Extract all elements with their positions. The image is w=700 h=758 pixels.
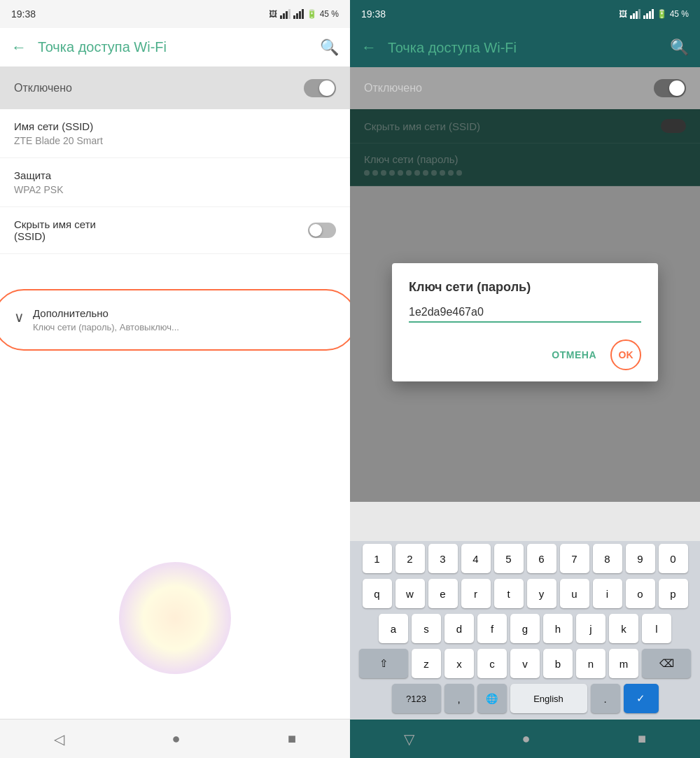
key-3[interactable]: 3 (428, 544, 458, 573)
key-d[interactable]: d (444, 614, 474, 643)
left-nav-back[interactable]: ◁ (54, 731, 64, 748)
watermark (105, 562, 245, 674)
key-g[interactable]: g (510, 614, 540, 643)
globe-key[interactable]: 🌐 (477, 684, 507, 713)
right-app-bar: ← Точка доступа Wi-Fi 🔍 (350, 28, 700, 67)
period-key[interactable]: . (591, 684, 620, 713)
key-p[interactable]: p (659, 579, 688, 608)
key-9[interactable]: 9 (626, 544, 655, 573)
password-dialog: Ключ сети (пароль) ОТМЕНА OK (392, 263, 658, 381)
key-c[interactable]: c (477, 649, 507, 678)
key-n[interactable]: n (576, 649, 606, 678)
backspace-key[interactable]: ⌫ (642, 649, 691, 678)
key-s[interactable]: s (412, 614, 441, 643)
key-q[interactable]: q (363, 579, 392, 608)
key-8[interactable]: 8 (593, 544, 622, 573)
right-toggle-knob (669, 80, 685, 96)
key-t[interactable]: t (494, 579, 524, 608)
key-4[interactable]: 4 (461, 544, 491, 573)
dialog-title: Ключ сети (пароль) (409, 280, 641, 295)
right-toggle-row[interactable]: Отключено (350, 67, 700, 109)
language-key[interactable]: English (510, 684, 587, 713)
right-bg-content: Скрыть имя сети (SSID) Ключ сети (пароль… (350, 109, 700, 541)
left-toggle-label: Отключено (14, 82, 72, 94)
left-nav-home[interactable]: ● (172, 731, 180, 747)
left-additional-subtitle: Ключ сети (пароль), Автовыключ... (33, 322, 336, 332)
left-ssid-value: ZTE Blade 20 Smart (14, 135, 336, 146)
left-back-button[interactable]: ← (11, 38, 27, 57)
key-x[interactable]: x (444, 649, 474, 678)
right-nav-recents[interactable]: ■ (638, 731, 646, 747)
key-h[interactable]: h (543, 614, 573, 643)
key-1[interactable]: 1 (363, 544, 392, 573)
key-j[interactable]: j (576, 614, 606, 643)
left-security-title: Защита (14, 169, 336, 181)
key-k[interactable]: k (609, 614, 638, 643)
left-hide-ssid-toggle[interactable] (308, 223, 336, 238)
left-battery-text: 45 % (320, 9, 339, 19)
key-e[interactable]: e (428, 579, 458, 608)
key-5[interactable]: 5 (494, 544, 524, 573)
left-panel: 19:38 🖼 🔋 45 % ← Точка доступа Wi-Fi 🔍 (0, 0, 350, 758)
left-ssid-item[interactable]: Имя сети (SSID) ZTE Blade 20 Smart (0, 109, 350, 158)
left-nav-bar: ◁ ● ■ (0, 719, 350, 758)
key-7[interactable]: 7 (560, 544, 589, 573)
left-hide-ssid-title: Скрыть имя сети(SSID) (14, 218, 96, 242)
left-signal-icon (280, 9, 290, 19)
key-f[interactable]: f (477, 614, 507, 643)
left-status-icons: 🖼 🔋 45 % (269, 9, 339, 19)
key-w[interactable]: w (396, 579, 425, 608)
left-status-time: 19:38 (11, 8, 36, 20)
key-o[interactable]: o (626, 579, 655, 608)
left-hide-ssid-item[interactable]: Скрыть имя сети(SSID) (0, 207, 350, 254)
keyboard-qwerty-row: q w e r t y u i o p (350, 576, 700, 611)
key-i[interactable]: i (593, 579, 622, 608)
enter-key[interactable]: ✓ (624, 684, 659, 713)
right-back-button[interactable]: ← (361, 38, 377, 57)
left-hide-ssid-knob (309, 224, 322, 237)
right-status-bar: 19:38 🖼 🔋 45 % (350, 0, 700, 28)
ok-button[interactable]: OK (610, 339, 641, 370)
key-y[interactable]: y (527, 579, 556, 608)
right-nav-back[interactable]: ▽ (404, 731, 414, 748)
right-signal-icon (630, 9, 640, 19)
left-security-item[interactable]: Защита WPA2 PSK (0, 158, 350, 207)
key-b[interactable]: b (543, 649, 573, 678)
key-r[interactable]: r (461, 579, 491, 608)
right-nav-home[interactable]: ● (522, 731, 530, 747)
right-toggle-label: Отключено (364, 82, 422, 94)
key-u[interactable]: u (560, 579, 589, 608)
right-status-icons: 🖼 🔋 45 % (619, 9, 689, 19)
left-chevron-icon: ∨ (14, 309, 24, 325)
key-v[interactable]: v (510, 649, 540, 678)
keyboard: 1 2 3 4 5 6 7 8 9 0 q w e r t y u i o p … (350, 541, 700, 719)
left-toggle-row[interactable]: Отключено (0, 67, 350, 109)
left-nav-recents[interactable]: ■ (288, 731, 296, 747)
keyboard-bottom-row: ?123 , 🌐 English . ✓ (350, 681, 700, 719)
dialog-overlay: Ключ сети (пароль) ОТМЕНА OK (350, 109, 700, 502)
key-m[interactable]: m (609, 649, 638, 678)
key-z[interactable]: z (412, 649, 441, 678)
left-ssid-title: Имя сети (SSID) (14, 120, 336, 132)
left-toggle-switch[interactable] (304, 79, 336, 97)
cancel-button[interactable]: ОТМЕНА (543, 344, 605, 366)
right-battery-icon: 🔋 (657, 9, 667, 19)
key-a[interactable]: a (379, 614, 408, 643)
key-0[interactable]: 0 (659, 544, 688, 573)
left-settings-list: Имя сети (SSID) ZTE Blade 20 Smart Защит… (0, 109, 350, 719)
key-6[interactable]: 6 (527, 544, 556, 573)
right-toggle-switch[interactable] (654, 79, 686, 97)
key-l[interactable]: l (642, 614, 671, 643)
right-search-icon[interactable]: 🔍 (670, 38, 689, 57)
symbols-key[interactable]: ?123 (392, 684, 441, 713)
shift-key[interactable]: ⇧ (359, 649, 408, 678)
key-2[interactable]: 2 (396, 544, 425, 573)
comma-key[interactable]: , (444, 684, 474, 713)
right-signal2-icon (643, 9, 654, 19)
password-input[interactable] (409, 306, 641, 323)
left-search-icon[interactable]: 🔍 (320, 38, 339, 57)
left-security-value: WPA2 PSK (14, 184, 336, 195)
left-additional-item[interactable]: ∨ Дополнительно Ключ сети (пароль), Авто… (0, 296, 350, 344)
left-photo-icon: 🖼 (269, 9, 277, 19)
keyboard-numbers-row: 1 2 3 4 5 6 7 8 9 0 (350, 541, 700, 576)
